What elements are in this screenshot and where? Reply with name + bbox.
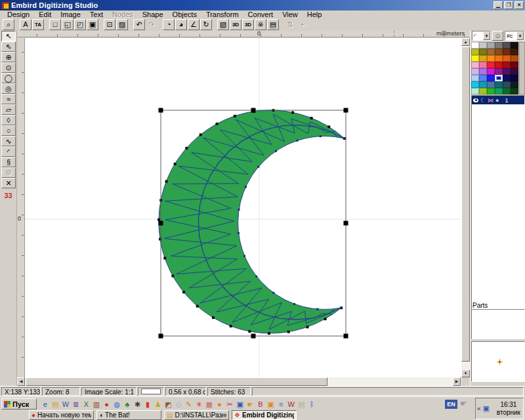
palette-swatch-r6c3[interactable] [487, 75, 495, 81]
save-design-button[interactable]: ▣ [87, 19, 98, 30]
palette-swatch-r3c2[interactable] [479, 55, 487, 62]
vertical-scrollbar[interactable]: ▲ ▼ [461, 38, 470, 377]
palette-swatch-r1c6[interactable] [511, 42, 518, 49]
palette-swatch-r4c5[interactable] [503, 62, 511, 68]
palette-swatch-r5c4[interactable] [495, 68, 503, 75]
selection-handle[interactable] [344, 221, 348, 226]
curve-style-dropdown[interactable]: ◜ ▼ [472, 31, 491, 41]
new-design-button[interactable]: □ [49, 19, 61, 30]
menu-text[interactable]: Text [85, 10, 108, 18]
palette-swatch-r5c2[interactable] [479, 68, 487, 75]
menu-view[interactable]: View [278, 10, 303, 18]
tool-column-shape[interactable]: ▱ [1, 104, 16, 115]
sewing-simulator-button[interactable]: ▤ [267, 19, 279, 30]
scroll-left-button[interactable]: ◀ [17, 377, 25, 386]
stitch-gauge-button[interactable]: ◔ [163, 19, 175, 30]
palette-swatch-r4c2[interactable] [479, 62, 487, 68]
chevron-down-icon[interactable]: ▼ [483, 32, 490, 40]
hand-tray-icon[interactable]: ☛ [460, 399, 467, 408]
palette-swatch-r2c4[interactable] [495, 49, 503, 55]
start-button[interactable]: Пуск [1, 398, 37, 410]
speed-gauge-button[interactable]: ◕ [175, 19, 187, 30]
quick-launch-icon-24[interactable]: ≡ [276, 400, 285, 409]
menu-help[interactable]: Help [303, 10, 327, 18]
quick-launch-icon-22[interactable]: B [256, 400, 265, 409]
palette-swatch-r1c4[interactable] [495, 42, 503, 49]
tool-arc-shape[interactable]: ◜ [1, 146, 16, 157]
parts-list[interactable] [471, 309, 525, 339]
palette-swatch-r7c6[interactable] [511, 81, 518, 88]
taskbar-window-2[interactable]: ◖The Bat! [96, 410, 161, 420]
tool-zigzag-stitches[interactable]: ∿ [1, 136, 16, 146]
quick-launch-icon-5[interactable]: X [82, 400, 91, 409]
view-3d-grid-button[interactable]: 3D [242, 19, 254, 30]
menu-transform[interactable]: Transform [201, 10, 243, 18]
palette-swatch-r8c2[interactable] [479, 88, 487, 94]
tool-fill-with-hole[interactable]: ◎ [1, 83, 16, 94]
palette-swatch-r5c3[interactable] [487, 68, 495, 75]
quick-launch-icon-21[interactable]: ☛ [246, 400, 255, 409]
menu-edit[interactable]: Edit [34, 10, 56, 18]
tool-wave-stitches[interactable]: ≈ [1, 94, 16, 104]
quick-launch-icon-4[interactable]: ≣ [72, 400, 81, 409]
rotate-tool-button[interactable]: ↻ [200, 19, 212, 30]
palette-swatch-r7c5[interactable] [503, 81, 511, 88]
quick-launch-icon-17[interactable]: ▦ [205, 400, 214, 409]
quick-launch-icon-8[interactable]: ◍ [112, 400, 121, 409]
view-3d-button[interactable]: 3D [230, 19, 242, 30]
tool-zoom[interactable]: ⊕ [1, 52, 16, 62]
palette-swatch-r1c1[interactable] [471, 42, 479, 49]
scroll-down-button[interactable]: ▼ [461, 369, 470, 377]
quick-launch-icon-20[interactable]: ▣ [236, 400, 245, 409]
palette-swatch-r3c5[interactable] [503, 55, 511, 62]
minimize-button[interactable]: ▁ [494, 1, 503, 9]
taskbar-window-1[interactable]: ●Начать новую тему :: B... [29, 410, 94, 420]
object-list-row[interactable]: ☾ ⋈ ● 1 [472, 96, 524, 104]
quick-launch-icon-11[interactable]: ▮ [143, 400, 152, 409]
palette-swatch-r5c1[interactable] [471, 68, 479, 75]
tool-outline-shape[interactable]: § [1, 157, 16, 167]
palette-swatch-r3c1[interactable] [471, 55, 479, 62]
selection-handle[interactable] [344, 334, 348, 339]
quick-launch-icon-26[interactable]: ▤ [297, 400, 306, 409]
palette-swatch-r1c5[interactable] [503, 42, 511, 49]
palette-swatch-r6c6[interactable] [511, 75, 518, 81]
quick-launch-icon-27[interactable]: ᛒ [307, 400, 316, 409]
tool-manual-shape[interactable]: ○ [1, 125, 16, 136]
tool-edit-nodes[interactable]: ⇖ [1, 41, 16, 52]
hoop-3d-button[interactable]: ▧ [217, 19, 229, 30]
palette-swatch-r3c6[interactable] [511, 55, 518, 62]
palette-swatch-r3c3[interactable] [487, 55, 495, 62]
palette-swatch-r7c4[interactable] [495, 81, 503, 88]
quick-launch-icon-13[interactable]: ◩ [164, 400, 173, 409]
quick-launch-icon-16[interactable]: ✳ [194, 400, 203, 409]
palette-swatch-r5c5[interactable] [503, 68, 511, 75]
palette-swatch-r6c4[interactable] [495, 75, 503, 81]
quick-launch-icon-1[interactable]: e [41, 400, 50, 409]
scroll-right-button[interactable]: ▶ [453, 377, 461, 386]
text-edit-button[interactable]: TA [32, 19, 44, 30]
menu-objects[interactable]: Objects [168, 10, 201, 18]
quick-launch-icon-15[interactable]: ✎ [184, 400, 194, 409]
menu-shape[interactable]: Shape [138, 10, 168, 18]
chevron-down-icon[interactable]: ▼ [516, 32, 524, 40]
tool-select[interactable]: ↖ [1, 31, 16, 41]
visibility-eye-icon[interactable] [473, 98, 478, 102]
menu-image[interactable]: Image [56, 10, 85, 18]
palette-swatch-r8c1[interactable] [471, 88, 479, 94]
bitmap-viewer-button[interactable]: ⌕ [3, 19, 14, 30]
tool-remove-overlap[interactable]: ✕ [1, 178, 16, 188]
palette-swatch-r8c6[interactable] [511, 88, 518, 94]
vertical-scroll-thumb[interactable] [461, 47, 470, 362]
palette-swatch-r5c6[interactable] [511, 68, 518, 75]
horizontal-scrollbar[interactable]: ◀ ▶ [17, 377, 461, 386]
copy-button[interactable]: ⊡ [104, 19, 116, 30]
palette-swatch-r4c3[interactable] [487, 62, 495, 68]
selection-handle[interactable] [251, 334, 256, 339]
selection-handle[interactable] [159, 108, 163, 113]
palette-swatch-r6c5[interactable] [503, 75, 511, 81]
selection-handle[interactable] [251, 108, 256, 113]
import-design-button[interactable]: ◰ [74, 19, 86, 30]
scroll-up-button[interactable]: ▲ [461, 38, 470, 46]
design-properties-button[interactable]: ☺ [492, 31, 503, 41]
